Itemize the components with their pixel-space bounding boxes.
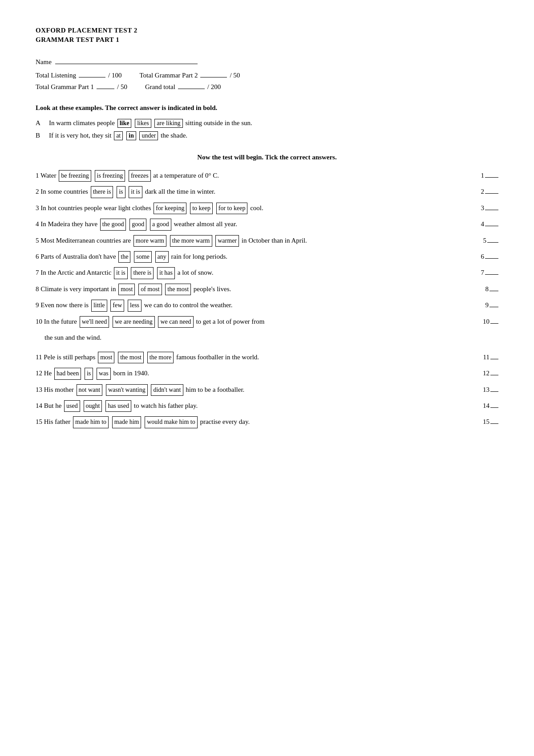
question-10-number: 10 bbox=[476, 317, 498, 325]
question-12-number: 12 bbox=[476, 369, 498, 377]
total-grammar-part1-blank bbox=[97, 82, 114, 89]
question-6-number: 6 bbox=[476, 252, 498, 260]
question-8: 8 Climate is very important in most of m… bbox=[36, 284, 498, 295]
question-1-number: 1 bbox=[476, 171, 498, 179]
question-13-number: 13 bbox=[476, 386, 498, 394]
q10-answer-blank bbox=[490, 317, 498, 324]
question-9-text: 9 Even now there is little few less we c… bbox=[36, 300, 476, 311]
name-row: Name bbox=[36, 57, 498, 66]
q2-opt3: it is bbox=[129, 186, 142, 198]
question-3: 3 In hot countries people wear light clo… bbox=[36, 203, 498, 214]
q14-opt3: has used bbox=[105, 400, 131, 412]
q3-opt1: for keeping bbox=[154, 203, 186, 214]
q13-opt3: didn't want bbox=[151, 384, 183, 396]
question-13: 13 His mother not want wasn't wanting di… bbox=[36, 384, 498, 396]
name-input-line bbox=[55, 57, 198, 64]
total-grammar-part1-label: Total Grammar Part 1 bbox=[36, 83, 94, 91]
question-8-text: 8 Climate is very important in most of m… bbox=[36, 284, 476, 295]
q11-opt1: most bbox=[98, 352, 114, 363]
q2-opt1: there is bbox=[91, 186, 113, 198]
question-3-text: 3 In hot countries people wear light clo… bbox=[36, 203, 476, 214]
question-14-number: 14 bbox=[476, 402, 498, 410]
question-7: 7 In the Arctic and Antarctic it is ther… bbox=[36, 267, 498, 279]
q5-opt1: more warm bbox=[134, 235, 166, 247]
q5-opt2: the more warm bbox=[170, 235, 212, 247]
q4-answer-blank bbox=[485, 220, 498, 226]
q1-opt3: freezes bbox=[129, 170, 151, 182]
question-4-text: 4 In Madeira they have the good good a g… bbox=[36, 219, 476, 230]
example-b: B If it is very hot, they sit at in unde… bbox=[36, 131, 498, 140]
question-7-text: 7 In the Arctic and Antarctic it is ther… bbox=[36, 267, 476, 279]
q6-answer-blank bbox=[485, 252, 498, 259]
grand-total-label: Grand total bbox=[145, 83, 175, 91]
example-a-text: In warm climates people like likes are l… bbox=[49, 119, 252, 128]
q12-opt1: had been bbox=[54, 368, 81, 379]
q3-opt3: for to keep bbox=[216, 203, 248, 214]
question-6-text: 6 Parts of Australia don't have the some… bbox=[36, 251, 476, 263]
total-grammar-part2: Total Grammar Part 2 / 50 bbox=[139, 70, 240, 79]
question-5-number: 5 bbox=[476, 236, 498, 244]
q1-opt2: is freezing bbox=[95, 170, 125, 182]
example-a-letter: A bbox=[36, 119, 44, 127]
scores-row-2: Total Grammar Part 1 / 50 Grand total / … bbox=[36, 82, 498, 91]
q10-opt2: we are needing bbox=[113, 316, 155, 328]
question-13-text: 13 His mother not want wasn't wanting di… bbox=[36, 384, 476, 396]
question-group-2: 11 Pele is still perhaps most the most t… bbox=[36, 352, 498, 428]
example-b-text: If it is very hot, they sit at in under … bbox=[49, 131, 187, 140]
q1-answer-blank bbox=[485, 171, 498, 178]
total-grammar-part2-label: Total Grammar Part 2 bbox=[139, 72, 198, 79]
total-grammar-part1: Total Grammar Part 1 / 50 bbox=[36, 82, 127, 91]
q14-opt1: used bbox=[64, 400, 80, 412]
question-11: 11 Pele is still perhaps most the most t… bbox=[36, 352, 498, 363]
q4-opt3: a good bbox=[150, 219, 171, 230]
q7-opt2: there is bbox=[131, 267, 154, 279]
option-in: in bbox=[126, 131, 136, 140]
q15-opt3: would make him to bbox=[145, 416, 198, 428]
q4-opt2: good bbox=[129, 219, 146, 230]
option-like: like bbox=[117, 119, 132, 128]
question-9-number: 9 bbox=[476, 301, 498, 309]
question-8-number: 8 bbox=[476, 285, 498, 293]
q4-opt1: the good bbox=[100, 219, 126, 230]
q14-opt2: ought bbox=[84, 400, 102, 412]
scores-section: Total Listening / 100 Total Grammar Part… bbox=[36, 70, 498, 91]
q12-answer-blank bbox=[490, 369, 498, 375]
q3-answer-blank bbox=[485, 204, 498, 210]
option-under: under bbox=[139, 131, 158, 140]
q13-answer-blank bbox=[490, 386, 498, 392]
total-listening-blank bbox=[79, 70, 105, 77]
question-11-number: 11 bbox=[476, 353, 498, 361]
q1-opt1: be freezing bbox=[59, 170, 91, 182]
question-5: 5 Most Mediterranean countries are more … bbox=[36, 235, 498, 247]
option-at: at bbox=[114, 131, 123, 140]
grand-total-max: / 200 bbox=[207, 83, 221, 91]
q6-opt3: any bbox=[155, 251, 169, 263]
q7-opt1: it is bbox=[114, 267, 128, 279]
question-14: 14 But he used ought has used to watch h… bbox=[36, 400, 498, 412]
q10-opt1: we'll need bbox=[80, 316, 109, 328]
example-b-letter: B bbox=[36, 132, 44, 139]
question-4-number: 4 bbox=[476, 220, 498, 228]
total-listening: Total Listening / 100 bbox=[36, 70, 121, 79]
q13-opt2: wasn't wanting bbox=[106, 384, 148, 396]
q8-opt3: the most bbox=[165, 284, 191, 295]
q8-opt2: of most bbox=[138, 284, 162, 295]
question-6: 6 Parts of Australia don't have the some… bbox=[36, 251, 498, 263]
option-likes: likes bbox=[135, 119, 151, 128]
question-11-text: 11 Pele is still perhaps most the most t… bbox=[36, 352, 476, 363]
question-10-continuation: the sun and the wind. bbox=[44, 332, 498, 343]
q12-opt3: was bbox=[97, 368, 111, 379]
q15-opt1: made him to bbox=[73, 416, 109, 428]
question-14-text: 14 But he used ought has used to watch h… bbox=[36, 400, 476, 412]
q9-opt1: little bbox=[91, 300, 107, 311]
question-12: 12 He had been is was born in 1940. 12 bbox=[36, 368, 498, 379]
q8-opt1: most bbox=[118, 284, 135, 295]
total-grammar-part2-max: / 50 bbox=[230, 72, 240, 79]
example-a: A In warm climates people like likes are… bbox=[36, 119, 498, 128]
q12-opt2: is bbox=[85, 368, 93, 379]
question-15: 15 His father made him to made him would… bbox=[36, 416, 498, 428]
examples-section: A In warm climates people like likes are… bbox=[36, 119, 498, 140]
q7-opt3: it has bbox=[157, 267, 175, 279]
q9-opt3: less bbox=[128, 300, 142, 311]
q5-opt3: warmer bbox=[215, 235, 239, 247]
